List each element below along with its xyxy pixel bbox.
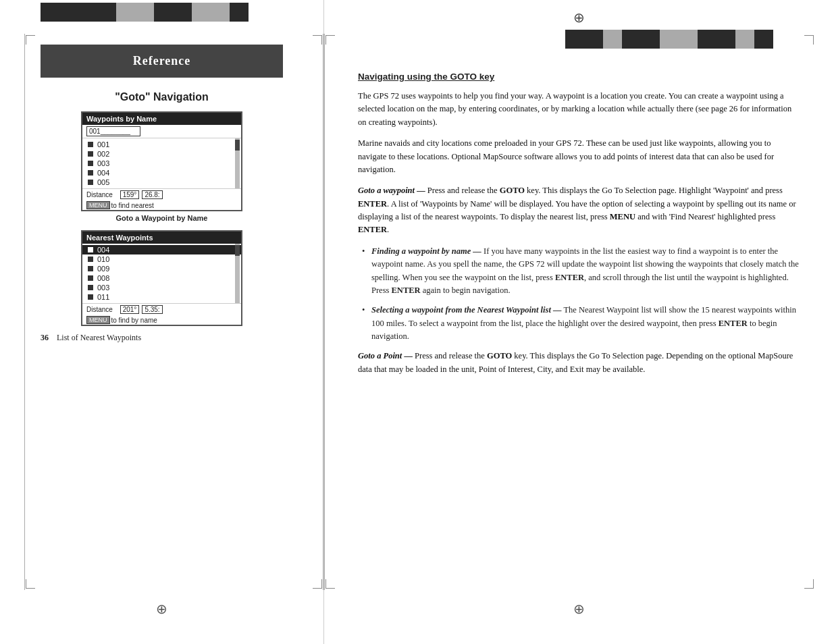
screen2-dist-val1: 201° [120, 305, 140, 314]
top-crosshair-right: ⊕ [573, 9, 585, 26]
screen2-item-009: 009 [82, 264, 241, 273]
screen1-scrollbar [235, 138, 240, 188]
screen2-dist-val2: 5.35: [142, 305, 162, 314]
screen1-dist-val2: 26.8: [142, 190, 162, 199]
bullet-icon-4 [88, 170, 93, 176]
screen2-menu-btn: MENU [86, 316, 110, 324]
bullet-icon-s2 [88, 257, 93, 262]
screen1-item-003: 003 [82, 159, 241, 168]
screen2-distance-row: Distance 201° 5.35: [82, 304, 241, 315]
screen1-item-005: 005 [82, 178, 241, 187]
screen1-title: Waypoints by Name [82, 113, 241, 125]
bullet-icon-s4 [88, 275, 93, 281]
bottom-crosshair-right: ⊕ [573, 601, 585, 617]
screen2-caption: List of Nearest Waypoints [57, 333, 141, 343]
screen1-input-row: 001________ [82, 125, 241, 138]
screen1-input: 001________ [86, 126, 140, 136]
screen2-list: 004 010 009 008 [82, 244, 241, 304]
bullet1-label: Finding a waypoint by name — [371, 246, 481, 256]
bullet-icon-s5 [88, 285, 93, 290]
goto-point-label: Goto a Point — [358, 351, 413, 360]
screen1-menu-suffix: to find nearest [111, 202, 154, 209]
goto-waypoint-para: Goto a waypoint — Press and release the … [358, 184, 800, 237]
top-stripe-bar-left [0, 0, 323, 24]
screen1-scrollbar-thumb [235, 140, 240, 151]
bullet-icon-5 [88, 180, 93, 185]
screen1-item-002: 002 [82, 149, 241, 159]
stripe-pattern-left [41, 3, 249, 22]
bullet-icon-s3 [88, 266, 93, 271]
screen1-caption: Goto a Waypoint by Name [41, 214, 283, 222]
top-stripe-bar-right [358, 27, 800, 51]
screen2-item-003: 003 [82, 283, 241, 292]
screen1-item-004: 004 [82, 168, 241, 178]
goto-heading: "Goto" Navigation [41, 91, 283, 103]
screen2-menu-row: MENU to find by name [82, 315, 241, 325]
screen2-scrollbar-thumb [235, 245, 240, 256]
screen2-item-008: 008 [82, 273, 241, 283]
screen1-list: 001 002 003 004 [82, 138, 241, 189]
goto-point-para: Goto a Point — Press and release the GOT… [358, 350, 800, 376]
reference-box: Reference [41, 45, 283, 78]
bullet-item-1: Finding a waypoint by name — If you have… [371, 245, 800, 298]
screen2-mockup: Nearest Waypoints 004 010 009 [81, 230, 242, 326]
page-number: 36 [41, 333, 49, 343]
paragraph-2: Marine navaids and city locations come p… [358, 137, 800, 176]
screen1-distance-row: Distance 159° 26.8: [82, 189, 241, 200]
bullet-icon-s1 [88, 247, 93, 252]
bullet-icon-3 [88, 161, 93, 166]
paragraph-1: The GPS 72 uses waypoints to help you fi… [358, 90, 800, 129]
screen1-menu-btn: MENU [86, 201, 110, 209]
screen2-title: Nearest Waypoints [82, 232, 241, 244]
screen2-item-011: 011 [82, 292, 241, 302]
reference-label: Reference [133, 54, 191, 68]
goto-waypoint-label: Goto a waypoint — [358, 186, 425, 195]
bullet2-label: Selecting a waypoint from the Nearest Wa… [371, 305, 562, 315]
screen2-menu-suffix: to find by name [111, 317, 157, 324]
screen1-item-001: 001 [82, 140, 241, 149]
bullet-icon-s6 [88, 294, 93, 300]
page-num-row: 36 List of Nearest Waypoints [41, 333, 283, 343]
screen2-item-010: 010 [82, 254, 241, 264]
screen1-dist-val1: 159° [120, 190, 140, 199]
bullet-item-2: Selecting a waypoint from the Nearest Wa… [371, 304, 800, 343]
bullet-icon-1 [88, 142, 93, 147]
screen2-scrollbar [235, 244, 240, 303]
screen1-mockup: Waypoints by Name 001________ 001 002 [81, 111, 242, 211]
section-heading: Navigating using the GOTO key [358, 72, 800, 82]
screen1-menu-row: MENU to find nearest [82, 200, 241, 210]
stripe-pattern-right [565, 30, 773, 49]
bullet-icon-2 [88, 151, 93, 157]
screen2-item-004: 004 [82, 245, 241, 254]
bottom-crosshair-left: ⊕ [156, 601, 167, 617]
